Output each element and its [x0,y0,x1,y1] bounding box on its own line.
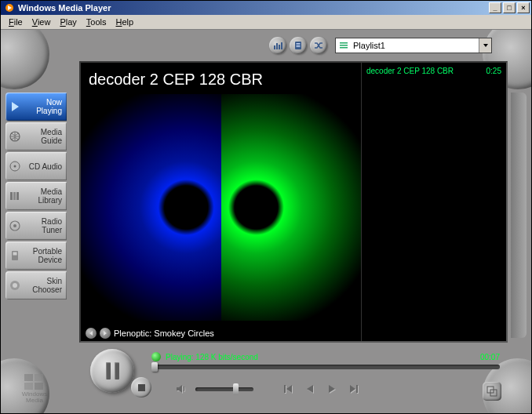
playlist-item-title: decoder 2 CEP 128 CBR [366,67,454,75]
right-edge-panel [511,93,527,338]
svg-rect-1 [274,45,275,49]
transport-bar: Playing: 128 K bits/second 00:07 [79,347,508,409]
nav-label-l2: Tuner [42,226,62,234]
play-icon [9,100,21,113]
skin-icon [9,279,21,292]
seek-thumb[interactable] [151,362,158,372]
side-nav: Now Playing Media Guide CD Audio Media L… [5,93,67,300]
visualization-canvas [81,94,361,321]
globe-icon [9,130,21,143]
status-text: Playing: 128 K bits/second [166,353,480,361]
play-pause-button[interactable] [90,349,134,393]
menubar: File View Play Tools Help [1,15,531,30]
titlebar[interactable]: Windows Media Player _ □ × [1,1,531,15]
playlist-icon [337,39,350,52]
nav-label-l1: CD Audio [29,162,62,171]
svg-rect-10 [340,45,348,46]
control-row [173,379,476,399]
menu-play[interactable]: Play [55,16,81,28]
prev-viz-button[interactable] [86,328,97,339]
nav-label-l2: Chooser [32,285,62,294]
svg-rect-29 [35,374,43,381]
nav-portable-device[interactable]: Portable Device [5,242,67,270]
playlist-dropdown[interactable]: Playlist1 [335,38,492,53]
nav-label-l2: Playing [36,107,62,115]
volume-thumb[interactable] [233,383,239,395]
nav-label-l1: Skin [47,277,62,285]
disc-icon [9,160,21,172]
volume-slider[interactable] [195,387,253,391]
svg-rect-9 [340,42,348,44]
maximize-button[interactable]: □ [503,2,516,13]
svg-rect-11 [340,47,348,49]
nav-skin-chooser[interactable]: Skin Chooser [5,271,67,300]
show-equalizer-button[interactable] [269,37,286,54]
mute-button[interactable] [173,381,189,397]
content-frame: decoder 2 CEP 128 CBR Plenoptic: Smokey … [79,61,508,343]
visualization-footer: Plenoptic: Smokey Circles [81,325,361,341]
svg-rect-24 [284,385,286,393]
menu-help[interactable]: Help [111,16,139,28]
svg-rect-4 [281,42,282,49]
playlist-pane[interactable]: decoder 2 CEP 128 CBR 0:25 [361,63,506,341]
svg-rect-7 [297,45,301,45]
svg-rect-30 [24,383,33,390]
pause-icon [106,362,119,380]
svg-rect-3 [279,45,280,49]
nav-label-l2: Device [38,256,62,264]
prev-track-button[interactable] [280,381,296,397]
nav-media-library[interactable]: Media Library [5,182,67,210]
app-window: Windows Media Player _ □ × File View Pla… [0,0,532,414]
menu-view[interactable]: View [27,16,56,28]
svg-rect-15 [10,192,13,200]
shuffle-button[interactable] [310,37,327,54]
menu-tools[interactable]: Tools [82,16,111,28]
seek-slider[interactable] [151,365,500,369]
nav-label-l2: Library [38,196,62,205]
svg-rect-31 [35,383,43,390]
rewind-button[interactable] [302,381,318,397]
nav-label-l1: Media [41,187,62,196]
switch-to-skin-mode-button[interactable] [483,382,501,401]
viz-right [221,94,362,321]
top-toolbar: Playlist1 [40,34,492,56]
minimize-button[interactable]: _ [489,2,501,13]
nav-cd-audio[interactable]: CD Audio [5,152,67,180]
svg-rect-28 [24,374,33,381]
visualization-name: Plenoptic: Smokey Circles [114,329,214,338]
nav-label-l1: Now [46,98,62,107]
nav-now-playing[interactable]: Now Playing [5,93,67,121]
menu-file[interactable]: File [4,16,27,28]
nav-media-guide[interactable]: Media Guide [5,122,67,151]
logo-line2: Media [26,398,43,404]
elapsed-time: 00:07 [480,353,500,361]
close-button[interactable]: × [517,2,530,13]
nav-label-l1: Portable [33,247,62,256]
next-track-button[interactable] [346,381,362,397]
svg-rect-25 [356,385,358,393]
nav-radio-tuner[interactable]: Radio Tuner [5,212,67,240]
svg-point-23 [13,283,17,288]
media-info-button[interactable] [290,37,307,54]
player-skin: Playlist1 Now Playing Media Guide [1,30,531,413]
svg-point-14 [14,165,16,168]
nav-label-l2: Guide [41,136,62,145]
fastforward-button[interactable] [324,381,340,397]
library-icon [9,190,21,202]
svg-rect-6 [297,43,301,44]
windows-media-logo: Windows Media [13,371,56,405]
playlist-row[interactable]: decoder 2 CEP 128 CBR 0:25 [365,66,503,76]
stop-icon [138,384,145,391]
stop-button[interactable] [131,377,151,398]
next-viz-button[interactable] [100,328,111,339]
svg-rect-17 [16,192,19,200]
radio-icon [9,220,21,232]
viz-left [81,94,221,321]
chevron-down-icon[interactable] [479,38,491,53]
device-icon [9,249,21,262]
app-icon [4,2,15,13]
status-row: Playing: 128 K bits/second 00:07 [151,350,500,363]
svg-point-19 [13,224,16,227]
status-indicator-icon [151,352,161,361]
playlist-item-duration: 0:25 [486,67,501,75]
